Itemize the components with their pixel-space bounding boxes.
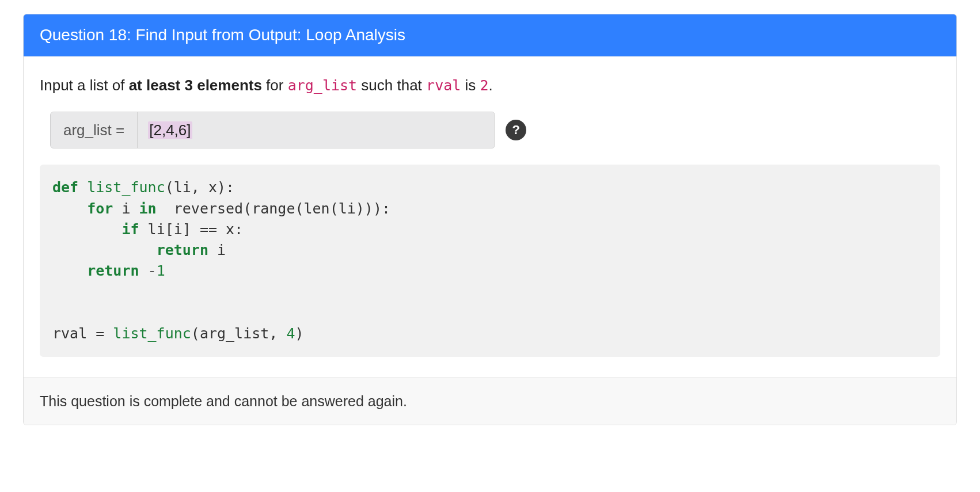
- call-open: (arg_list,: [191, 325, 287, 342]
- return-1-val: i: [208, 242, 226, 258]
- question-card: Question 18: Find Input from Output: Loo…: [23, 14, 957, 425]
- prompt-var-arg-list: arg_list: [288, 77, 357, 94]
- kw-for: for: [87, 200, 113, 217]
- kw-return-2: return: [87, 262, 139, 279]
- question-prompt: Input a list of at least 3 elements for …: [40, 75, 940, 96]
- kw-return-1: return: [157, 242, 208, 258]
- neg-sign: -: [139, 262, 157, 279]
- prompt-text: .: [489, 77, 493, 94]
- prompt-text: is: [461, 77, 480, 94]
- prompt-bold: at least 3 elements: [129, 77, 262, 94]
- question-header: Question 18: Find Input from Output: Loo…: [24, 14, 956, 56]
- call-close: ): [295, 325, 303, 342]
- call-name: list_func: [113, 325, 191, 342]
- assign-lhs: rval =: [52, 325, 113, 342]
- call-arg-num: 4: [286, 325, 295, 342]
- prompt-text: such that: [357, 77, 426, 94]
- code-block: def list_func(li, x): for i in reversed(…: [40, 165, 940, 357]
- footer-text: This question is complete and cannot be …: [40, 393, 407, 409]
- prompt-text: Input a list of: [40, 77, 129, 94]
- kw-if: if: [121, 221, 139, 238]
- reversed-call: reversed(range(len(li))):: [157, 200, 390, 217]
- question-body: Input a list of at least 3 elements for …: [24, 56, 956, 377]
- prompt-target-value: 2: [480, 77, 489, 94]
- answer-input-group: arg_list = [2,4,6]: [50, 112, 495, 148]
- answer-input-row: arg_list = [2,4,6] ?: [50, 112, 940, 148]
- loop-var: i: [113, 200, 139, 217]
- arg-list-value: [2,4,6]: [148, 121, 192, 139]
- func-name: list_func: [87, 179, 165, 196]
- if-cond: li[i] == x:: [139, 221, 244, 238]
- prompt-text: for: [262, 77, 288, 94]
- kw-in: in: [139, 200, 157, 217]
- func-params: (li, x):: [165, 179, 234, 196]
- answer-input-label: arg_list =: [51, 112, 138, 148]
- help-icon[interactable]: ?: [506, 120, 526, 140]
- help-glyph: ?: [512, 123, 520, 138]
- num-one: 1: [157, 262, 165, 279]
- question-title: Question 18: Find Input from Output: Loo…: [40, 26, 405, 44]
- question-footer: This question is complete and cannot be …: [24, 377, 956, 425]
- prompt-var-rval: rval: [426, 77, 461, 94]
- arg-list-input[interactable]: [2,4,6]: [138, 112, 495, 148]
- kw-def: def: [52, 179, 78, 196]
